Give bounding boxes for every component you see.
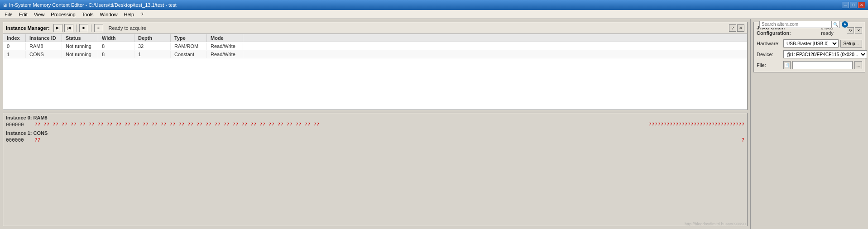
col-index: Index <box>3 34 26 42</box>
menu-view[interactable]: View <box>31 11 48 18</box>
menu-help[interactable]: Help <box>121 11 137 18</box>
jtag-panel-controls: ↻ ✕ <box>847 27 862 33</box>
instance1-header: Instance 1: CONS <box>6 130 744 136</box>
data-values-1: ?? <box>34 137 738 143</box>
data-row-0: 000000 ?? ?? ?? ?? ?? ?? ?? ?? ?? ?? ?? … <box>6 122 744 128</box>
cell-instance-id-0: RAM8 <box>26 43 62 50</box>
watermark: http://blogdosdimitri.husao090990 <box>685 222 746 226</box>
jtag-hardware-label: Hardware: <box>757 41 782 46</box>
main-layout: Instance Manager: ▶| |◀ ■ ≡ Ready to acq… <box>0 19 868 229</box>
title-bar: 🖥 In-System Memory Content Editor - C:/U… <box>0 0 868 10</box>
col-depth: Depth <box>134 34 171 42</box>
instance-manager-toolbar: Instance Manager: ▶| |◀ ■ ≡ Ready to acq… <box>3 22 747 34</box>
toolbar-separator-1 <box>76 24 77 32</box>
panel-close-btn[interactable]: ✕ <box>737 24 744 32</box>
jtag-device-select[interactable]: @1: EP3C120/EP4CE115 (0x020... <box>783 50 867 58</box>
window-title: In-System Memory Content Editor - C:/Use… <box>9 2 177 8</box>
right-panel: JTAG Chain Configuration: JTAG ready ↻ ✕… <box>750 19 868 229</box>
cell-depth-0: 32 <box>134 43 171 50</box>
left-panel: Instance Manager: ▶| |◀ ■ ≡ Ready to acq… <box>0 19 750 229</box>
menu-processing[interactable]: Processing <box>48 11 78 18</box>
col-status: Status <box>62 34 98 42</box>
instance0-header: Instance 0: RAM8 <box>6 115 744 120</box>
cell-index-0: 0 <box>3 43 26 50</box>
cell-width-1: 8 <box>98 51 134 58</box>
data-values-right-0: ???????????????????????????????? <box>648 122 744 128</box>
col-type: Type <box>171 34 207 42</box>
cell-type-0: RAM/ROM <box>171 43 207 50</box>
menu-tools[interactable]: Tools <box>79 11 96 18</box>
cell-width-0: 8 <box>98 43 134 50</box>
title-bar-left: 🖥 In-System Memory Content Editor - C:/U… <box>3 2 177 8</box>
cell-status-0: Not running <box>62 43 98 50</box>
app-icon: 🖥 <box>3 3 7 8</box>
data-addr-0: 000000 <box>6 122 31 128</box>
maximize-button[interactable]: □ <box>850 2 857 8</box>
jtag-file-input[interactable] <box>792 61 853 69</box>
jtag-device-row: Device: @1: EP3C120/EP4CE115 (0x020... S… <box>757 50 862 58</box>
menu-bar: File Edit View Processing Tools Window H… <box>0 10 868 19</box>
toolbar-separator-2 <box>91 24 91 32</box>
close-button[interactable]: ✕ <box>858 2 865 8</box>
search-icon[interactable]: 🔍 <box>832 21 840 28</box>
instance-table: Index Instance ID Status Width Depth Typ… <box>3 34 747 110</box>
instance-manager-status: Ready to acquire <box>109 25 146 31</box>
data-addr-1: 000000 <box>6 137 31 143</box>
jtag-browse-btn[interactable]: ... <box>854 61 862 69</box>
cell-status-1: Not running <box>62 51 98 58</box>
menu-file[interactable]: File <box>2 11 15 18</box>
cell-depth-1: 1 <box>134 51 171 58</box>
altera-logo-icon: A <box>842 21 848 28</box>
jtag-panel: JTAG Chain Configuration: JTAG ready ↻ ✕… <box>753 22 865 72</box>
cell-type-1: Constant <box>171 51 207 58</box>
instance-manager-label: Instance Manager: <box>6 25 50 31</box>
table-row[interactable]: 0 RAM8 Not running 8 32 RAM/ROM Read/Wri… <box>3 42 747 50</box>
table-header: Index Instance ID Status Width Depth Typ… <box>3 34 747 42</box>
data-values-right-1: ? <box>741 137 744 143</box>
jtag-setup-btn[interactable]: Setup... <box>840 40 862 48</box>
cell-index-1: 1 <box>3 51 26 58</box>
menu-window[interactable]: Window <box>97 11 120 18</box>
jtag-hardware-row: Hardware: USB-Blaster [USB-0] Setup... <box>757 39 862 48</box>
jtag-file-label: File: <box>757 62 782 68</box>
cell-mode-0: Read/Write <box>207 43 243 50</box>
col-instance-id: Instance ID <box>26 34 62 42</box>
jtag-file-icon-btn[interactable]: 📄 <box>783 61 791 69</box>
instance-manager: Instance Manager: ▶| |◀ ■ ≡ Ready to acq… <box>3 22 748 110</box>
minimize-button[interactable]: ─ <box>842 2 849 8</box>
search-input[interactable] <box>759 21 832 28</box>
data-row-1: 000000 ?? ? <box>6 137 744 143</box>
toolbar-btn-stop[interactable]: ■ <box>79 24 88 32</box>
jtag-file-row: File: 📄 ... <box>757 61 862 69</box>
toolbar-btn-2[interactable]: |◀ <box>64 24 73 32</box>
data-values-0: ?? ?? ?? ?? ?? ?? ?? ?? ?? ?? ?? ?? ?? ?… <box>34 122 645 128</box>
panel-controls: ? ✕ <box>729 24 744 32</box>
data-panel: Instance 0: RAM8 000000 ?? ?? ?? ?? ?? ?… <box>3 113 748 226</box>
cell-instance-id-1: CONS <box>26 51 62 58</box>
menu-edit[interactable]: Edit <box>16 11 30 18</box>
menu-question[interactable]: ? <box>138 11 146 18</box>
panel-help-btn[interactable]: ? <box>729 24 736 32</box>
col-mode: Mode <box>207 34 243 42</box>
jtag-device-label: Device: <box>757 52 782 57</box>
jtag-hardware-select[interactable]: USB-Blaster [USB-0] <box>783 39 839 48</box>
title-bar-controls: ─ □ ✕ <box>842 2 865 8</box>
jtag-close-btn[interactable]: ✕ <box>855 27 862 33</box>
toolbar-btn-1[interactable]: ▶| <box>53 24 62 32</box>
search-area: 🔍 A <box>759 20 848 29</box>
toolbar-btn-list[interactable]: ≡ <box>94 24 103 32</box>
col-width: Width <box>98 34 134 42</box>
cell-mode-1: Read/Write <box>207 51 243 58</box>
table-row[interactable]: 1 CONS Not running 8 1 Constant Read/Wri… <box>3 50 747 58</box>
